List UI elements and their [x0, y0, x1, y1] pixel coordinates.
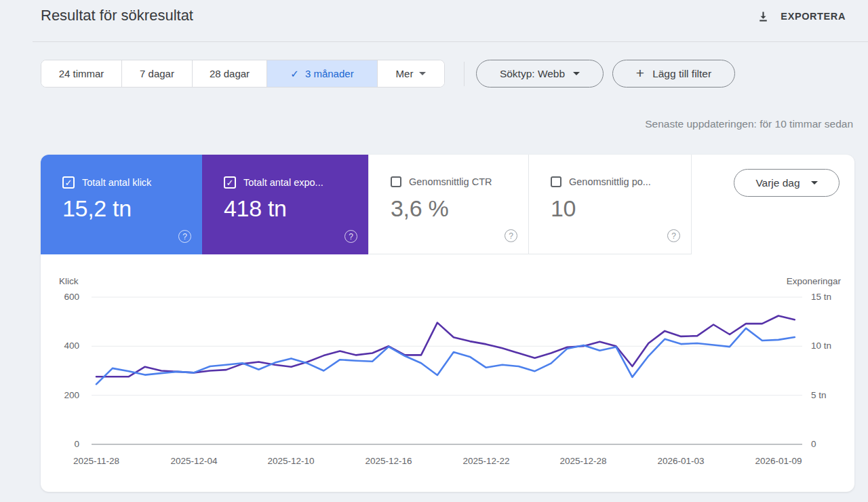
range-chip-label: 3 månader: [305, 68, 354, 79]
range-chip-7-dagar[interactable]: 7 dagar: [121, 60, 192, 87]
metric-label: Genomsnittlig CTR: [409, 176, 492, 187]
toolbar-divider: [464, 62, 465, 86]
metric-card-ctr[interactable]: Genomsnittlig CTR 3,6 % ?: [368, 155, 529, 254]
left-axis-title: Klick: [59, 276, 79, 286]
search-type-dropdown[interactable]: Söktyp: Webb: [476, 60, 604, 88]
chevron-down-icon: [573, 72, 580, 75]
chevron-down-icon: [419, 72, 426, 75]
y-tick-right: 10 tn: [811, 341, 841, 351]
checkbox-unchecked-icon[interactable]: [551, 176, 561, 187]
y-tick-left: 200: [50, 390, 79, 400]
line-chart: [92, 290, 802, 453]
x-tick: 2025-12-16: [365, 456, 412, 466]
y-tick-right: 0: [811, 439, 841, 449]
export-button[interactable]: EXPORTERA: [756, 7, 846, 26]
header-divider: [33, 41, 868, 42]
x-tick: 2025-12-28: [559, 456, 606, 466]
export-label: EXPORTERA: [781, 11, 846, 22]
plus-icon: +: [636, 66, 644, 80]
help-icon[interactable]: ?: [667, 229, 680, 242]
checkbox-checked-icon[interactable]: ✓: [224, 176, 236, 189]
metric-card-impressions[interactable]: ✓ Totalt antal expo... 418 tn ?: [202, 155, 368, 254]
search-type-label: Söktyp: Webb: [500, 68, 565, 80]
x-tick: 2025-12-10: [267, 456, 314, 466]
metric-value: 418 tn: [224, 195, 287, 222]
last-updated-text: Senaste uppdateringen: för 10 timmar sed…: [645, 118, 853, 130]
y-tick-left: 400: [50, 341, 79, 351]
checkbox-unchecked-icon[interactable]: [391, 176, 401, 187]
metric-label: Totalt antal expo...: [243, 177, 323, 188]
page: Resultat för sökresultat EXPORTERA 24 ti…: [0, 0, 868, 502]
range-chip-label: 24 timmar: [59, 68, 104, 79]
x-tick: 2026-01-09: [755, 456, 802, 466]
y-tick-left: 0: [50, 439, 79, 449]
checkbox-checked-icon[interactable]: ✓: [62, 176, 75, 189]
y-tick-right: 5 tn: [811, 390, 841, 400]
range-chip-24-timmar[interactable]: 24 timmar: [41, 60, 121, 87]
chevron-down-icon: [811, 181, 818, 185]
granularity-dropdown[interactable]: Varje dag: [734, 169, 840, 197]
metric-value: 3,6 %: [391, 195, 448, 222]
range-chip-3-manader[interactable]: ✓ 3 månader: [267, 60, 377, 87]
x-tick: 2025-11-28: [73, 456, 119, 466]
right-axis-title: Exponeringar: [746, 276, 841, 286]
range-chip-label: 7 dagar: [140, 68, 174, 79]
range-chip-mer[interactable]: Mer: [377, 60, 444, 87]
metric-label: Genomsnittlig po...: [569, 176, 651, 187]
x-tick: 2026-01-03: [657, 456, 704, 466]
help-icon[interactable]: ?: [344, 230, 357, 243]
y-tick-right: 15 tn: [811, 292, 841, 302]
y-tick-left: 600: [50, 292, 79, 302]
x-tick: 2025-12-04: [170, 456, 217, 466]
check-icon: ✓: [290, 68, 299, 80]
metric-card-clicks[interactable]: ✓ Totalt antal klick 15,2 tn ?: [41, 155, 202, 254]
add-filter-button[interactable]: + Lägg till filter: [612, 60, 735, 88]
help-icon[interactable]: ?: [505, 229, 517, 242]
download-icon: [756, 9, 770, 24]
performance-panel: ✓ Totalt antal klick 15,2 tn ? ✓ Totalt …: [41, 155, 854, 492]
range-chip-28-dagar[interactable]: 28 dagar: [192, 60, 267, 87]
metric-card-position[interactable]: Genomsnittlig po... 10 ?: [529, 155, 692, 254]
add-filter-label: Lägg till filter: [652, 68, 711, 80]
range-chip-label: 28 dagar: [210, 68, 250, 79]
metric-label: Totalt antal klick: [82, 177, 151, 188]
granularity-label: Varje dag: [755, 177, 800, 189]
range-chip-label: Mer: [396, 68, 414, 79]
help-icon[interactable]: ?: [178, 230, 191, 243]
metric-value: 15,2 tn: [62, 195, 132, 222]
x-tick: 2025-12-22: [462, 456, 509, 466]
page-title: Resultat för sökresultat: [41, 7, 193, 24]
date-range-group: 24 timmar 7 dagar 28 dagar ✓ 3 månader M…: [41, 60, 445, 88]
metric-value: 10: [551, 195, 576, 222]
